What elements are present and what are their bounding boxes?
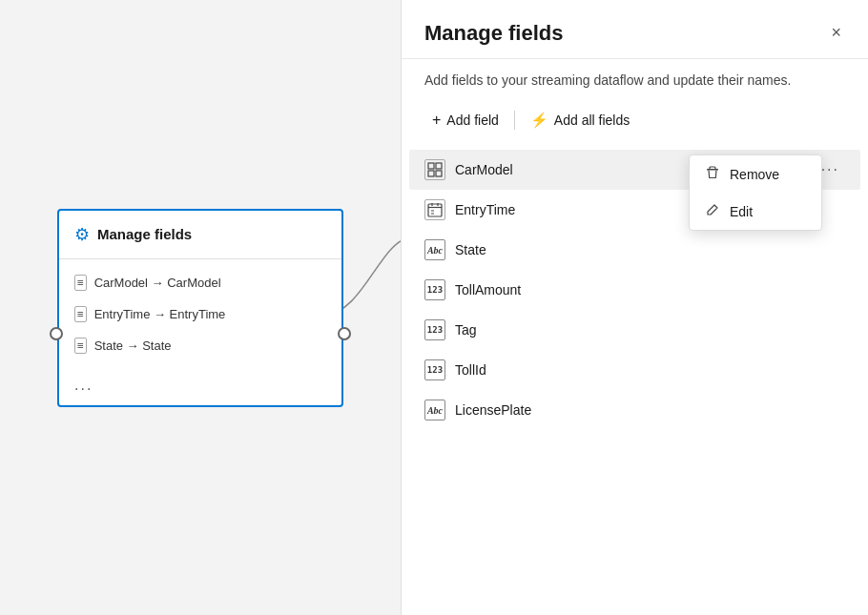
field-type-icon-licenseplate: Abc xyxy=(424,400,445,420)
connector-left-dot xyxy=(50,327,63,340)
svg-rect-4 xyxy=(707,169,718,171)
node-fields: ≡ CarModel → CarModel ≡ EntryTime → Entr… xyxy=(59,259,341,369)
dropdown-remove-label: Remove xyxy=(730,167,779,182)
node-title: Manage fields xyxy=(97,226,192,242)
add-all-fields-label: Add all fields xyxy=(554,113,630,128)
node-field-label: EntryTime → EntryTime xyxy=(94,307,226,321)
field-item-tag[interactable]: 123 Tag ··· xyxy=(409,310,860,350)
field-item-state[interactable]: Abc State ··· xyxy=(409,230,860,270)
field-name-tag: Tag xyxy=(455,322,806,338)
node-header: ⚙ Manage fields xyxy=(59,211,341,259)
field-name-tollid: TollId xyxy=(455,362,806,378)
dropdown-remove-item[interactable]: Remove xyxy=(690,155,821,193)
panel-toolbar: + Add field ⚡ Add all fields xyxy=(402,106,868,150)
manage-fields-node: ⚙ Manage fields ≡ CarModel → CarModel ≡ … xyxy=(57,209,343,407)
field-item-licenseplate[interactable]: Abc LicensePlate ··· xyxy=(409,390,860,430)
lightning-icon: ⚡ xyxy=(530,112,548,129)
remove-icon xyxy=(705,165,720,183)
field-item-tollamount[interactable]: 123 TollAmount ··· xyxy=(409,270,860,310)
add-field-icon: + xyxy=(432,112,441,129)
field-item-carmodel[interactable]: CarModel ··· Remove xyxy=(409,150,860,190)
add-field-button[interactable]: + Add field xyxy=(424,106,506,134)
field-name-tollamount: TollAmount xyxy=(455,282,806,297)
svg-rect-2 xyxy=(428,171,434,176)
node-field-icon: ≡ xyxy=(74,306,87,322)
node-field-entrytime: ≡ EntryTime → EntryTime xyxy=(59,298,341,330)
canvas-area: ⚙ Manage fields ≡ CarModel → CarModel ≡ … xyxy=(0,0,401,615)
node-field-label: CarModel → CarModel xyxy=(94,276,221,290)
svg-rect-1 xyxy=(436,163,442,169)
svg-rect-5 xyxy=(428,204,442,216)
field-type-icon-tag: 123 xyxy=(424,319,445,340)
panel-header: Manage fields × xyxy=(402,0,868,59)
node-header-icon: ⚙ xyxy=(74,224,90,245)
field-type-icon-tollid: 123 xyxy=(424,359,445,380)
node-field-label: State → State xyxy=(94,338,172,353)
manage-fields-panel: Manage fields × Add fields to your strea… xyxy=(401,0,868,615)
field-type-icon-tollamount: 123 xyxy=(424,279,445,300)
panel-title: Manage fields xyxy=(424,21,563,46)
dropdown-edit-item[interactable]: Edit xyxy=(690,193,821,230)
node-field-icon: ≡ xyxy=(74,275,87,291)
node-more-indicator: ... xyxy=(59,369,341,405)
field-name-licenseplate: LicensePlate xyxy=(455,402,806,418)
add-all-fields-button[interactable]: ⚡ Add all fields xyxy=(523,106,637,134)
field-name-state: State xyxy=(455,242,806,257)
node-field-carmodel: ≡ CarModel → CarModel xyxy=(59,267,341,298)
field-item-tollid[interactable]: 123 TollId ··· xyxy=(409,350,860,390)
panel-description: Add fields to your streaming dataflow an… xyxy=(402,59,868,106)
dropdown-edit-label: Edit xyxy=(730,204,753,219)
field-type-icon-state: Abc xyxy=(424,239,445,260)
svg-rect-0 xyxy=(428,163,434,169)
fields-list: CarModel ··· Remove xyxy=(402,150,868,615)
close-button[interactable]: × xyxy=(827,19,845,47)
carmodel-dropdown: Remove Edit xyxy=(689,154,822,231)
field-type-icon-entrytime xyxy=(424,199,445,220)
edit-icon xyxy=(705,202,720,220)
add-field-label: Add field xyxy=(446,113,498,128)
node-field-state: ≡ State → State xyxy=(59,330,341,361)
toolbar-divider xyxy=(514,111,515,130)
node-field-icon: ≡ xyxy=(74,338,87,354)
field-type-icon-carmodel xyxy=(424,159,445,180)
connector-right-dot xyxy=(338,327,351,340)
svg-rect-3 xyxy=(436,171,442,176)
